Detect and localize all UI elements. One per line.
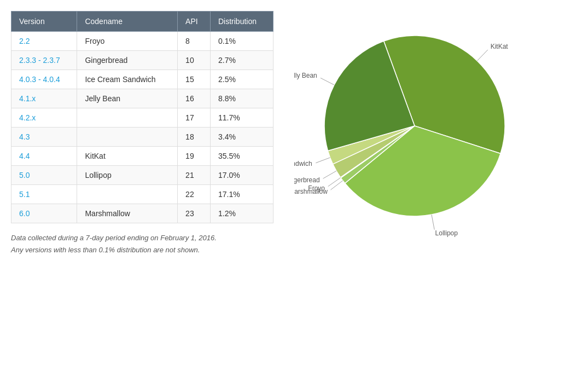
chart-label-line [316, 158, 330, 163]
cell-codename: Lollipop [77, 166, 178, 185]
table-row: 2.3.3 - 2.3.7Gingerbread102.7% [11, 51, 273, 70]
cell-api: 21 [178, 166, 211, 185]
cell-version: 6.0 [11, 204, 77, 223]
version-link[interactable]: 6.0 [19, 209, 30, 218]
chart-label-line [323, 171, 336, 178]
table-row: 6.0Marshmallow231.2% [11, 204, 273, 223]
main-container: Version Codename API Distribution 2.2Fro… [11, 11, 577, 256]
cell-version: 4.2.x [11, 108, 77, 128]
table-row: 5.12217.1% [11, 185, 273, 204]
cell-codename: Gingerbread [77, 51, 178, 70]
cell-codename: Froyo [77, 32, 178, 51]
cell-api: 15 [178, 70, 211, 89]
cell-distribution: 2.5% [210, 70, 273, 89]
cell-distribution: 3.4% [210, 128, 273, 147]
cell-api: 19 [178, 147, 211, 166]
chart-label-line [431, 215, 434, 230]
version-link[interactable]: 5.1 [19, 190, 30, 199]
chart-label-ice-cream-sandwich: Ice Cream Sandwich [294, 160, 312, 167]
chart-label-line [477, 50, 487, 61]
cell-version: 4.1.x [11, 89, 77, 108]
cell-api: 18 [178, 128, 211, 147]
table-row: 4.0.3 - 4.0.4Ice Cream Sandwich152.5% [11, 70, 273, 89]
cell-distribution: 11.7% [210, 108, 273, 128]
table-row: 4.2.x1711.7% [11, 108, 273, 128]
table-row: 4.1.xJelly Bean168.8% [11, 89, 273, 108]
col-header-api: API [178, 11, 211, 32]
distribution-table: Version Codename API Distribution 2.2Fro… [11, 11, 273, 223]
table-row: 2.2Froyo80.1% [11, 32, 273, 51]
cell-distribution: 0.1% [210, 32, 273, 51]
chart-label-line [321, 78, 334, 85]
cell-api: 16 [178, 89, 211, 108]
cell-codename: KitKat [77, 147, 178, 166]
cell-codename [77, 108, 178, 128]
cell-version: 2.3.3 - 2.3.7 [11, 51, 77, 70]
col-header-version: Version [11, 11, 77, 32]
footnote-line2: Any versions with less than 0.1% distrib… [11, 244, 273, 256]
chart-label-lollipop: Lollipop [435, 229, 458, 237]
cell-codename: Jelly Bean [77, 89, 178, 108]
cell-distribution: 2.7% [210, 51, 273, 70]
pie-chart: KitKatLollipopMarshmallowFroyoGingerbrea… [294, 16, 568, 246]
footnote-line1: Data collected during a 7-day period end… [11, 232, 273, 244]
col-header-distribution: Distribution [210, 11, 273, 32]
chart-label-line [330, 181, 342, 190]
cell-codename: Marshmallow [77, 204, 178, 223]
table-section: Version Codename API Distribution 2.2Fro… [11, 11, 273, 256]
cell-version: 2.2 [11, 32, 77, 51]
cell-version: 4.0.3 - 4.0.4 [11, 70, 77, 89]
version-link[interactable]: 4.0.3 - 4.0.4 [19, 75, 60, 84]
cell-distribution: 1.2% [210, 204, 273, 223]
version-link[interactable]: 4.4 [19, 152, 30, 160]
cell-api: 23 [178, 204, 211, 223]
cell-distribution: 17.1% [210, 185, 273, 204]
cell-distribution: 8.8% [210, 89, 273, 108]
cell-api: 8 [178, 32, 211, 51]
cell-api: 10 [178, 51, 211, 70]
chart-label-jelly-bean: Jelly Bean [294, 72, 317, 79]
cell-version: 4.3 [11, 128, 77, 147]
version-link[interactable]: 2.3.3 - 2.3.7 [19, 56, 60, 65]
col-header-codename: Codename [77, 11, 178, 32]
cell-version: 4.4 [11, 147, 77, 166]
version-link[interactable]: 4.1.x [19, 94, 36, 103]
cell-api: 17 [178, 108, 211, 128]
chart-label-line [328, 177, 340, 186]
chart-label-gingerbread: Gingerbread [294, 176, 320, 184]
chart-label-froyo: Froyo [308, 184, 325, 192]
footnotes: Data collected during a 7-day period end… [11, 232, 273, 256]
cell-distribution: 17.0% [210, 166, 273, 185]
table-row: 4.3183.4% [11, 128, 273, 147]
version-link[interactable]: 4.3 [19, 132, 30, 141]
version-link[interactable]: 4.2.x [19, 113, 36, 122]
table-row: 4.4KitKat1935.5% [11, 147, 273, 166]
version-link[interactable]: 5.0 [19, 171, 30, 180]
cell-codename: Ice Cream Sandwich [77, 70, 178, 89]
cell-codename [77, 185, 178, 204]
cell-api: 22 [178, 185, 211, 204]
cell-version: 5.1 [11, 185, 77, 204]
cell-distribution: 35.5% [210, 147, 273, 166]
chart-section: KitKatLollipopMarshmallowFroyoGingerbrea… [284, 11, 577, 246]
cell-codename [77, 128, 178, 147]
chart-label-kitkat: KitKat [490, 43, 508, 50]
table-row: 5.0Lollipop2117.0% [11, 166, 273, 185]
cell-version: 5.0 [11, 166, 77, 185]
version-link[interactable]: 2.2 [19, 37, 30, 45]
